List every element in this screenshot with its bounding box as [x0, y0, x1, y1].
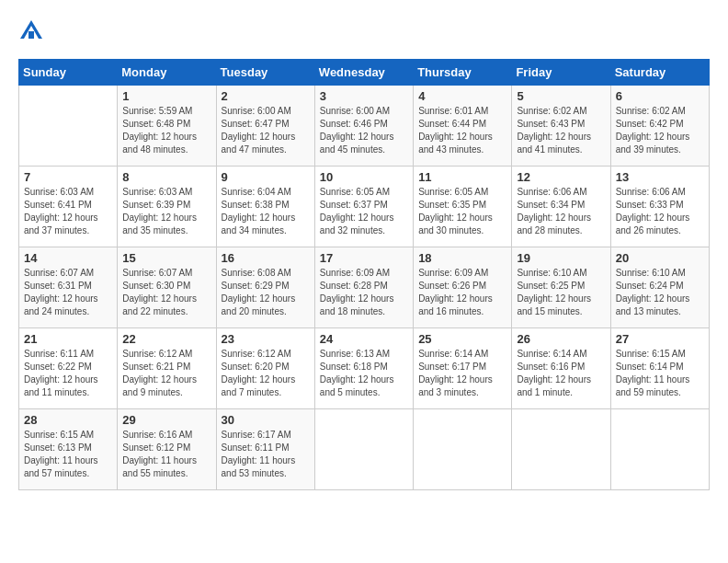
day-number: 14: [24, 251, 112, 265]
calendar-cell: 14Sunrise: 6:07 AM Sunset: 6:31 PM Dayli…: [19, 247, 118, 328]
calendar-cell: 17Sunrise: 6:09 AM Sunset: 6:28 PM Dayli…: [314, 247, 413, 328]
day-number: 2: [222, 89, 310, 103]
day-info: Sunrise: 6:15 AM Sunset: 6:13 PM Dayligh…: [24, 429, 112, 480]
day-number: 8: [122, 170, 210, 184]
calendar-cell: 3Sunrise: 6:00 AM Sunset: 6:46 PM Daylig…: [314, 86, 413, 167]
day-info: Sunrise: 6:11 AM Sunset: 6:22 PM Dayligh…: [24, 348, 112, 399]
day-info: Sunrise: 6:07 AM Sunset: 6:31 PM Dayligh…: [24, 267, 112, 318]
day-number: 7: [24, 170, 112, 184]
calendar-cell: [19, 86, 118, 167]
day-info: Sunrise: 6:03 AM Sunset: 6:41 PM Dayligh…: [24, 186, 112, 237]
calendar-cell: [314, 409, 413, 490]
day-number: 29: [122, 413, 210, 427]
day-number: 3: [320, 89, 408, 103]
day-number: 5: [517, 89, 605, 103]
day-info: Sunrise: 6:02 AM Sunset: 6:43 PM Dayligh…: [517, 105, 605, 156]
calendar-cell: 7Sunrise: 6:03 AM Sunset: 6:41 PM Daylig…: [19, 167, 118, 247]
day-number: 25: [418, 332, 506, 346]
day-number: 28: [24, 413, 112, 427]
logo-icon: [18, 18, 44, 44]
day-number: 6: [616, 89, 704, 103]
calendar-cell: 25Sunrise: 6:14 AM Sunset: 6:17 PM Dayli…: [414, 328, 512, 409]
day-info: Sunrise: 6:05 AM Sunset: 6:35 PM Dayligh…: [418, 186, 506, 237]
calendar-cell: 10Sunrise: 6:05 AM Sunset: 6:37 PM Dayli…: [314, 167, 413, 247]
day-info: Sunrise: 6:06 AM Sunset: 6:33 PM Dayligh…: [616, 186, 704, 237]
day-number: 21: [24, 332, 112, 346]
day-info: Sunrise: 6:01 AM Sunset: 6:44 PM Dayligh…: [418, 105, 506, 156]
day-info: Sunrise: 6:14 AM Sunset: 6:16 PM Dayligh…: [517, 348, 605, 399]
calendar-cell: 13Sunrise: 6:06 AM Sunset: 6:33 PM Dayli…: [610, 167, 709, 247]
calendar-cell: 27Sunrise: 6:15 AM Sunset: 6:14 PM Dayli…: [610, 328, 709, 409]
calendar-cell: 26Sunrise: 6:14 AM Sunset: 6:16 PM Dayli…: [512, 328, 610, 409]
page-header: [18, 18, 710, 44]
calendar-week-row: 28Sunrise: 6:15 AM Sunset: 6:13 PM Dayli…: [19, 409, 710, 490]
calendar-cell: 8Sunrise: 6:03 AM Sunset: 6:39 PM Daylig…: [118, 167, 216, 247]
day-info: Sunrise: 6:02 AM Sunset: 6:42 PM Dayligh…: [616, 105, 704, 156]
logo: [18, 18, 48, 44]
calendar-cell: 6Sunrise: 6:02 AM Sunset: 6:42 PM Daylig…: [610, 86, 709, 167]
day-number: 9: [222, 170, 310, 184]
day-number: 18: [418, 251, 506, 265]
day-number: 22: [122, 332, 210, 346]
day-info: Sunrise: 6:05 AM Sunset: 6:37 PM Dayligh…: [320, 186, 408, 237]
calendar-cell: 4Sunrise: 6:01 AM Sunset: 6:44 PM Daylig…: [414, 86, 512, 167]
day-number: 13: [616, 170, 704, 184]
calendar-week-row: 1Sunrise: 5:59 AM Sunset: 6:48 PM Daylig…: [19, 86, 710, 167]
calendar-cell: 30Sunrise: 6:17 AM Sunset: 6:11 PM Dayli…: [216, 409, 314, 490]
day-number: 30: [222, 413, 310, 427]
calendar-cell: 22Sunrise: 6:12 AM Sunset: 6:21 PM Dayli…: [118, 328, 216, 409]
day-info: Sunrise: 6:16 AM Sunset: 6:12 PM Dayligh…: [122, 429, 210, 480]
day-info: Sunrise: 6:06 AM Sunset: 6:34 PM Dayligh…: [517, 186, 605, 237]
day-info: Sunrise: 6:07 AM Sunset: 6:30 PM Dayligh…: [122, 267, 210, 318]
day-info: Sunrise: 6:04 AM Sunset: 6:38 PM Dayligh…: [222, 186, 310, 237]
calendar-week-row: 21Sunrise: 6:11 AM Sunset: 6:22 PM Dayli…: [19, 328, 710, 409]
day-of-week-header: Saturday: [610, 60, 709, 86]
calendar-cell: [414, 409, 512, 490]
calendar-cell: 2Sunrise: 6:00 AM Sunset: 6:47 PM Daylig…: [216, 86, 314, 167]
calendar-cell: 29Sunrise: 6:16 AM Sunset: 6:12 PM Dayli…: [118, 409, 216, 490]
calendar-header-row: SundayMondayTuesdayWednesdayThursdayFrid…: [19, 60, 710, 86]
day-number: 16: [222, 251, 310, 265]
day-number: 17: [320, 251, 408, 265]
calendar-cell: 5Sunrise: 6:02 AM Sunset: 6:43 PM Daylig…: [512, 86, 610, 167]
day-info: Sunrise: 6:03 AM Sunset: 6:39 PM Dayligh…: [122, 186, 210, 237]
day-info: Sunrise: 6:10 AM Sunset: 6:24 PM Dayligh…: [616, 267, 704, 318]
day-info: Sunrise: 6:12 AM Sunset: 6:20 PM Dayligh…: [222, 348, 310, 399]
calendar-cell: 12Sunrise: 6:06 AM Sunset: 6:34 PM Dayli…: [512, 167, 610, 247]
day-info: Sunrise: 6:13 AM Sunset: 6:18 PM Dayligh…: [320, 348, 408, 399]
calendar-body: 1Sunrise: 5:59 AM Sunset: 6:48 PM Daylig…: [19, 86, 710, 490]
calendar-cell: 15Sunrise: 6:07 AM Sunset: 6:30 PM Dayli…: [118, 247, 216, 328]
calendar-cell: 19Sunrise: 6:10 AM Sunset: 6:25 PM Dayli…: [512, 247, 610, 328]
calendar-cell: 23Sunrise: 6:12 AM Sunset: 6:20 PM Dayli…: [216, 328, 314, 409]
calendar-cell: 24Sunrise: 6:13 AM Sunset: 6:18 PM Dayli…: [314, 328, 413, 409]
day-number: 10: [320, 170, 408, 184]
day-number: 23: [222, 332, 310, 346]
day-info: Sunrise: 5:59 AM Sunset: 6:48 PM Dayligh…: [122, 105, 210, 156]
day-number: 19: [517, 251, 605, 265]
day-number: 11: [418, 170, 506, 184]
calendar-cell: 18Sunrise: 6:09 AM Sunset: 6:26 PM Dayli…: [414, 247, 512, 328]
calendar-week-row: 14Sunrise: 6:07 AM Sunset: 6:31 PM Dayli…: [19, 247, 710, 328]
day-number: 4: [418, 89, 506, 103]
calendar-cell: 20Sunrise: 6:10 AM Sunset: 6:24 PM Dayli…: [610, 247, 709, 328]
day-number: 27: [616, 332, 704, 346]
day-number: 15: [122, 251, 210, 265]
day-of-week-header: Thursday: [414, 60, 512, 86]
day-of-week-header: Tuesday: [216, 60, 314, 86]
day-info: Sunrise: 6:08 AM Sunset: 6:29 PM Dayligh…: [222, 267, 310, 318]
calendar-cell: 9Sunrise: 6:04 AM Sunset: 6:38 PM Daylig…: [216, 167, 314, 247]
calendar-week-row: 7Sunrise: 6:03 AM Sunset: 6:41 PM Daylig…: [19, 167, 710, 247]
calendar-cell: [610, 409, 709, 490]
svg-rect-2: [28, 31, 34, 39]
day-info: Sunrise: 6:09 AM Sunset: 6:26 PM Dayligh…: [418, 267, 506, 318]
day-info: Sunrise: 6:00 AM Sunset: 6:46 PM Dayligh…: [320, 105, 408, 156]
day-number: 24: [320, 332, 408, 346]
calendar-cell: 28Sunrise: 6:15 AM Sunset: 6:13 PM Dayli…: [19, 409, 118, 490]
calendar-cell: 16Sunrise: 6:08 AM Sunset: 6:29 PM Dayli…: [216, 247, 314, 328]
calendar-table: SundayMondayTuesdayWednesdayThursdayFrid…: [18, 59, 710, 490]
day-info: Sunrise: 6:10 AM Sunset: 6:25 PM Dayligh…: [517, 267, 605, 318]
day-of-week-header: Wednesday: [314, 60, 413, 86]
day-info: Sunrise: 6:14 AM Sunset: 6:17 PM Dayligh…: [418, 348, 506, 399]
day-number: 1: [122, 89, 210, 103]
day-info: Sunrise: 6:00 AM Sunset: 6:47 PM Dayligh…: [222, 105, 310, 156]
